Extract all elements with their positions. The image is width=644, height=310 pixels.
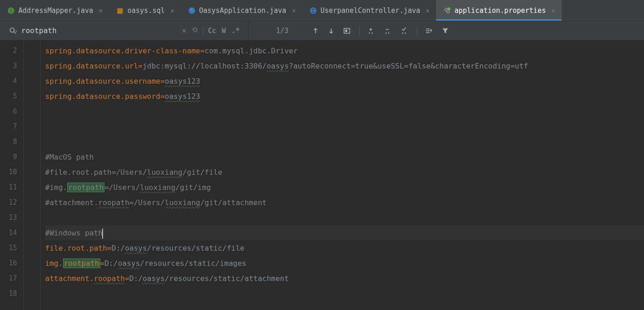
- search-box: × Cc W .*: [0, 21, 248, 40]
- filter-icon[interactable]: [438, 28, 452, 34]
- close-icon[interactable]: ×: [170, 7, 174, 14]
- regex-toggle[interactable]: .*: [229, 27, 242, 35]
- java-class-icon: C: [310, 7, 317, 14]
- tab-label: oasys.sql: [127, 6, 165, 15]
- svg-text:C: C: [311, 8, 315, 13]
- tab-userpanelcontroller[interactable]: C UserpanelController.java ×: [302, 0, 436, 21]
- code-line-11[interactable]: #img.rootpath=/Users/luoxiang/git/img: [45, 180, 644, 195]
- svg-point-10: [10, 28, 14, 32]
- close-icon[interactable]: ×: [292, 7, 295, 14]
- java-class-icon: [188, 7, 196, 14]
- code-line-13[interactable]: [45, 210, 644, 225]
- code-line-15[interactable]: file.root.path=D:/oasys/resources/static…: [45, 241, 644, 256]
- code-line-12[interactable]: #attachment.roopath=/Users/luoxiang/git/…: [45, 195, 644, 210]
- svg-point-8: [447, 10, 449, 13]
- properties-file-icon: [443, 7, 451, 14]
- editor[interactable]: 23456789101112131415161718 spring.dataso…: [0, 40, 644, 310]
- svg-line-11: [14, 32, 16, 34]
- code-line-7[interactable]: [45, 119, 644, 134]
- java-interface-icon: I: [7, 7, 15, 14]
- tab-addressmapper[interactable]: I AddressMapper.java ×: [0, 0, 109, 21]
- clear-search-icon[interactable]: ×: [179, 27, 189, 35]
- sql-file-icon: SQL: [116, 7, 124, 14]
- search-history-icon[interactable]: [189, 27, 201, 35]
- svg-rect-13: [345, 29, 347, 32]
- close-icon[interactable]: ×: [99, 7, 103, 14]
- close-icon[interactable]: ×: [552, 7, 555, 14]
- separator: [417, 26, 417, 36]
- words-toggle[interactable]: W: [219, 27, 229, 35]
- code-line-6[interactable]: [45, 104, 644, 119]
- svg-point-9: [448, 7, 450, 10]
- search-icon: [9, 27, 17, 34]
- code-line-14[interactable]: #Windows path: [45, 225, 644, 241]
- code-line-10[interactable]: #file.root.path=/Users/luoxiang/git/file: [45, 165, 644, 180]
- svg-text:SQL: SQL: [117, 11, 123, 14]
- svg-point-4: [189, 7, 195, 14]
- tab-oasysapplication[interactable]: OasysApplication.java ×: [181, 0, 302, 21]
- select-all-occur-button[interactable]: [397, 27, 412, 34]
- tab-bar: I AddressMapper.java × SQL oasys.sql × O…: [0, 0, 644, 21]
- find-actions: 1/3: [248, 26, 459, 36]
- code-line-5[interactable]: spring.datasource.password=oasys123: [45, 89, 644, 104]
- toggle-replace-button[interactable]: [422, 28, 437, 34]
- tab-oasyssql[interactable]: SQL oasys.sql ×: [109, 0, 181, 21]
- code-line-2[interactable]: spring.datasource.driver-class-name=com.…: [45, 43, 644, 58]
- code-area[interactable]: spring.datasource.driver-class-name=com.…: [40, 40, 644, 310]
- next-match-button[interactable]: [324, 28, 338, 34]
- code-line-3[interactable]: spring.datasource.url=jdbc:mysql://local…: [45, 58, 644, 74]
- add-selection-button[interactable]: [364, 27, 379, 34]
- remove-selection-button[interactable]: [381, 27, 396, 34]
- code-line-8[interactable]: [45, 134, 644, 149]
- prev-match-button[interactable]: [309, 28, 322, 34]
- tab-label: UserpanelController.java: [321, 6, 420, 15]
- select-all-button[interactable]: [340, 28, 355, 34]
- find-toolbar: × Cc W .* 1/3: [0, 21, 644, 40]
- match-count: 1/3: [276, 27, 288, 35]
- search-input[interactable]: [21, 26, 179, 35]
- code-line-9[interactable]: #MacOS path: [45, 149, 644, 165]
- match-case-toggle[interactable]: Cc: [203, 27, 219, 35]
- code-line-17[interactable]: attachment.roopath=D:/oasys/resources/st…: [45, 271, 644, 286]
- code-line-16[interactable]: img.rootpath=D:/oasys/resources/static/i…: [45, 256, 644, 271]
- tab-label: OasysApplication.java: [199, 6, 287, 15]
- tab-label: AddressMapper.java: [18, 6, 93, 15]
- separator: [359, 26, 360, 36]
- tab-applicationproperties[interactable]: application.properties ×: [436, 0, 562, 21]
- code-line-4[interactable]: spring.datasource.username=oasys123: [45, 74, 644, 89]
- svg-text:I: I: [11, 8, 12, 13]
- code-line-18[interactable]: [45, 286, 644, 301]
- gutter-extra: [24, 40, 40, 310]
- line-gutter: 23456789101112131415161718: [0, 40, 24, 310]
- tab-label: application.properties: [454, 6, 546, 15]
- close-icon[interactable]: ×: [426, 7, 430, 14]
